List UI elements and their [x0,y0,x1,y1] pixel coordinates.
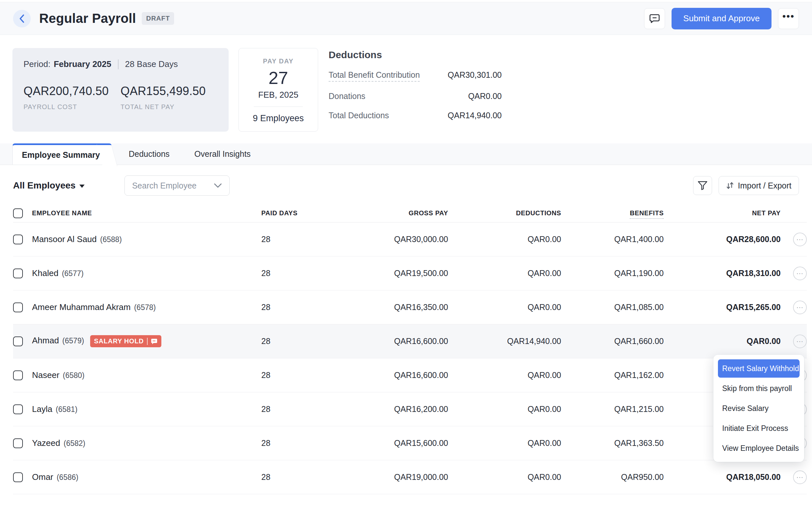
filter-button[interactable] [693,176,712,195]
employee-name: Ahmad [32,336,59,345]
col-benefits[interactable]: BENEFITS [561,209,664,217]
employee-id: (6581) [56,405,77,413]
row-checkbox[interactable] [13,472,23,482]
deductions-summary: Deductions Total Benefit Contribution QA… [329,48,502,120]
table-row: Khaled (6577) 28 QAR19,500.00 QAR0.00 QA… [13,257,807,290]
row-actions-button[interactable]: ... [793,300,807,314]
donations-label: Donations [329,92,365,101]
employee-filter-dropdown[interactable]: All Employees [13,180,84,191]
row-checkbox[interactable] [13,302,23,312]
gross-pay-value: QAR16,350.00 [375,302,448,312]
import-export-icon [726,181,734,190]
col-gross-pay: GROSS PAY [375,209,448,217]
benefits-value: QAR1,085.00 [561,302,664,312]
tab-deductions[interactable]: Deductions [116,144,182,165]
net-pay-value: QAR0.00 [664,336,780,346]
row-actions-button[interactable]: ... [793,233,807,246]
employee-name: Khaled [32,268,58,278]
row-checkbox[interactable] [13,371,23,380]
employee-id: (6580) [63,371,84,380]
row-checkbox[interactable] [13,438,23,448]
context-menu-item[interactable]: Skip from this payroll [718,379,800,398]
row-checkbox[interactable] [13,336,23,346]
context-menu-item[interactable]: Revert Salary Withhold [718,359,800,378]
tab-overall-insights[interactable]: Overall Insights [182,144,263,165]
deductions-value: QAR0.00 [448,371,561,380]
ellipsis-icon: ... [796,301,803,310]
employee-name: Ameer Muhammad Akram [32,302,131,312]
back-button[interactable] [13,10,31,27]
employee-id: (6577) [62,269,83,278]
table-body: Mansoor Al Saud (6588) 28 QAR30,000.00 Q… [13,222,807,494]
benefits-value: QAR1,400.00 [561,234,664,244]
row-checkbox[interactable] [13,404,23,414]
col-net-pay: NET PAY [664,209,780,217]
deductions-value: QAR0.00 [448,269,561,278]
row-context-menu: Revert Salary Withhold Skip from this pa… [713,355,804,462]
benefits-value: QAR950.00 [561,472,664,482]
row-actions-button[interactable]: ... [793,335,807,348]
comment-icon [649,13,660,24]
context-menu-item[interactable]: Initiate Exit Process [718,419,800,437]
table-row: Omar (6586) 28 QAR19,000.00 QAR0.00 QAR9… [13,460,807,494]
col-deductions: DEDUCTIONS [448,209,561,217]
deductions-value: QAR0.00 [448,438,561,448]
employee-name: Layla [32,404,52,414]
paid-days-value: 28 [261,336,375,346]
gross-pay-value: QAR15,600.00 [375,438,448,448]
col-paid-days: PAID DAYS [261,209,375,217]
employee-name: Yazeed [32,438,60,448]
divider [118,59,119,69]
payday-day: 27 [269,68,288,88]
search-employee-select[interactable]: Search Employee [124,175,230,196]
benefits-value: QAR1,363.50 [561,438,664,448]
paid-days-value: 28 [261,371,375,380]
comment-icon [151,338,158,345]
donations-value: QAR0.00 [468,92,502,101]
row-actions-button[interactable]: ... [793,470,807,484]
payday-card: PAY DAY 27 FEB, 2025 9 Employees [238,48,318,132]
table-toolbar: All Employees Search Employee Import / E… [0,165,812,204]
select-all-checkbox[interactable] [13,209,23,218]
import-export-button[interactable]: Import / Export [718,176,799,195]
salary-hold-badge: SALARY HOLD [90,335,161,347]
context-menu-item[interactable]: View Employee Details [718,439,800,457]
deductions-value: QAR0.00 [448,234,561,244]
gross-pay-value: QAR16,200.00 [375,404,448,414]
context-menu-item[interactable]: Revise Salary [718,399,800,417]
net-pay-value: QAR18,050.00 [664,472,780,482]
period-value: February 2025 [54,59,111,69]
row-checkbox[interactable] [13,269,23,278]
base-days: 28 Base Days [125,59,178,69]
col-employee-name: EMPLOYEE NAME [32,209,92,217]
comments-button[interactable] [644,8,665,29]
row-checkbox[interactable] [13,234,23,244]
employee-name: Mansoor Al Saud [32,234,97,244]
table-row: Yazeed (6582) 28 QAR15,600.00 QAR0.00 QA… [13,426,807,460]
status-badge: DRAFT [142,12,174,25]
paid-days-value: 28 [261,404,375,414]
deductions-value: QAR0.00 [448,302,561,312]
employee-id: (6578) [134,303,156,312]
chevron-down-icon [214,183,222,188]
funnel-icon [698,181,707,190]
table-header-row: EMPLOYEE NAME PAID DAYS GROSS PAY DEDUCT… [13,204,807,222]
total-deductions-value: QAR14,940.00 [448,111,502,120]
paid-days-value: 28 [261,472,375,482]
ellipsis-icon: ... [796,234,803,242]
more-options-button[interactable]: ••• [778,8,799,29]
table-row: Ameer Muhammad Akram (6578) 28 QAR16,350… [13,290,807,324]
total-benefit-contribution-label[interactable]: Total Benefit Contribution [329,70,420,82]
search-employee-placeholder: Search Employee [132,181,214,190]
submit-and-approve-button[interactable]: Submit and Approve [672,8,771,30]
row-actions-button[interactable]: ... [793,267,807,280]
payday-label: PAY DAY [263,57,294,65]
tab-employee-summary[interactable]: Employee Summary [12,144,107,165]
payroll-summary: Period: February 2025 28 Base Days QAR20… [0,35,812,144]
import-export-label: Import / Export [738,181,792,190]
benefits-value: QAR1,190.00 [561,269,664,278]
payday-month-year: FEB, 2025 [258,90,298,100]
page-title: Regular Payroll [39,11,136,26]
employee-id: (6586) [57,473,78,482]
total-deductions-label: Total Deductions [329,111,389,120]
